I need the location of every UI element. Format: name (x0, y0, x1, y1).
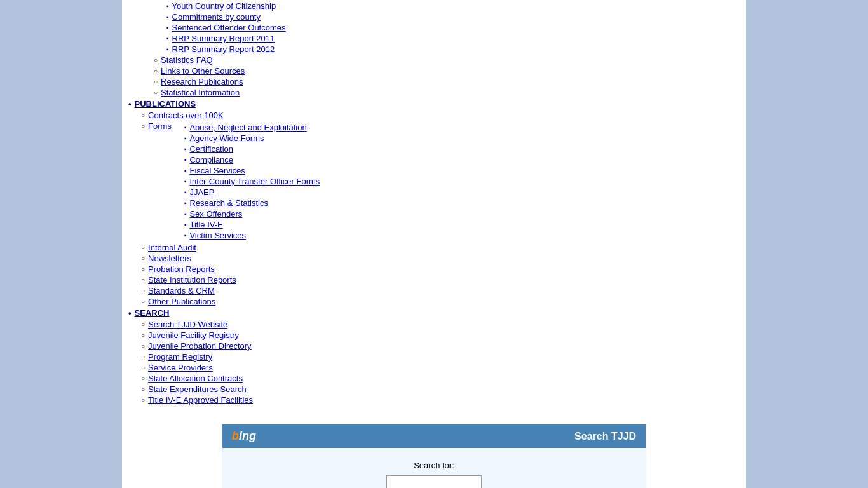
list-item: JJAEP (184, 187, 320, 197)
compliance-link[interactable]: Compliance (189, 155, 233, 165)
main-content: Youth Country of Citizenship Commitments… (122, 0, 746, 488)
list-item: Forms Abuse, Neglect and Exploitation Ag… (141, 121, 740, 241)
search-tjjd-link[interactable]: Search TJJD Website (148, 320, 227, 329)
search-second-level: Search TJJD Website Juvenile Facility Re… (128, 320, 740, 405)
list-item: State Allocation Contracts (141, 374, 740, 383)
sentenced-offender-link[interactable]: Sentenced Offender Outcomes (172, 23, 286, 32)
list-item: Service Providers (141, 363, 740, 372)
list-item: Statistics FAQ (154, 55, 740, 65)
state-expenditures-link[interactable]: State Expenditures Search (148, 384, 247, 394)
victim-services-link[interactable]: Victim Services (189, 231, 246, 240)
list-item: Internal Audit (141, 243, 740, 252)
abuse-neglect-link[interactable]: Abuse, Neglect and Exploitation (189, 123, 306, 132)
list-item: Title IV-E Approved Facilities (141, 395, 740, 405)
statistics-second-level: Statistics FAQ Links to Other Sources Re… (141, 55, 740, 97)
list-item: Sex Offenders (184, 209, 320, 219)
state-allocation-link[interactable]: State Allocation Contracts (148, 374, 243, 383)
list-item: Victim Services (184, 231, 320, 240)
list-item: Abuse, Neglect and Exploitation (184, 123, 320, 132)
title-iv-e-link[interactable]: Title IV-E (189, 220, 222, 229)
juvenile-probation-link[interactable]: Juvenile Probation Directory (148, 341, 252, 351)
agency-wide-forms-link[interactable]: Agency Wide Forms (189, 133, 264, 143)
state-institution-reports-link[interactable]: State Institution Reports (148, 275, 236, 285)
title-iv-e-facilities-link[interactable]: Title IV-E Approved Facilities (148, 395, 253, 405)
list-item: Commitments by county (166, 12, 740, 22)
juvenile-facility-link[interactable]: Juvenile Facility Registry (148, 330, 239, 340)
statistical-information-link[interactable]: Statistical Information (161, 88, 240, 97)
bing-logo: bing (232, 430, 256, 443)
newsletters-link[interactable]: Newsletters (148, 254, 191, 263)
bing-icon: bing (232, 430, 256, 443)
list-item: Youth Country of Citizenship (166, 1, 740, 11)
forms-third-level: Abuse, Neglect and Exploitation Agency W… (172, 121, 320, 241)
publications-link[interactable]: PUBLICATIONS (135, 99, 196, 109)
list-item: Search TJJD Website (141, 320, 740, 329)
research-publications-link[interactable]: Research Publications (161, 77, 243, 86)
publications-nav-item: PUBLICATIONS (128, 98, 740, 109)
jjaep-link[interactable]: JJAEP (189, 187, 214, 197)
list-item: RRP Summary Report 2011 (166, 34, 740, 43)
list-item: Compliance (184, 155, 320, 165)
list-item: Sentenced Offender Outcomes (166, 23, 740, 32)
rrp-2012-link[interactable]: RRP Summary Report 2012 (172, 44, 275, 54)
program-registry-link[interactable]: Program Registry (148, 352, 212, 362)
list-item: Contracts over 100K (141, 111, 740, 120)
left-sidebar (0, 0, 122, 488)
search-header: bing Search TJJD (222, 424, 646, 448)
search-nav-item: SEARCH (128, 308, 740, 318)
sex-offenders-link[interactable]: Sex Offenders (189, 209, 242, 219)
rrp-2011-link[interactable]: RRP Summary Report 2011 (172, 34, 275, 43)
certification-link[interactable]: Certification (189, 144, 233, 154)
right-sidebar (746, 0, 868, 488)
list-item: Fiscal Services (184, 166, 320, 175)
internal-audit-link[interactable]: Internal Audit (148, 243, 196, 252)
search-header-title: Search TJJD (574, 431, 636, 442)
list-item: Inter-County Transfer Officer Forms (184, 177, 320, 186)
list-item: Newsletters (141, 254, 740, 263)
search-widget: bing Search TJJD Search for: (222, 424, 646, 488)
list-item: Juvenile Facility Registry (141, 330, 740, 340)
probation-reports-link[interactable]: Probation Reports (148, 264, 215, 274)
list-item: Statistical Information (154, 88, 740, 97)
list-item: Probation Reports (141, 264, 740, 274)
other-publications-link[interactable]: Other Publications (148, 297, 215, 306)
list-item: Agency Wide Forms (184, 133, 320, 143)
search-nav-link[interactable]: SEARCH (135, 308, 170, 318)
links-other-sources-link[interactable]: Links to Other Sources (161, 66, 245, 76)
statistics-faq-link[interactable]: Statistics FAQ (161, 55, 213, 65)
fiscal-services-link[interactable]: Fiscal Services (189, 166, 245, 175)
inter-county-transfer-link[interactable]: Inter-County Transfer Officer Forms (189, 177, 320, 186)
list-item: Research & Statistics (184, 198, 320, 208)
commitments-county-link[interactable]: Commitments by county (172, 12, 261, 22)
forms-link[interactable]: Forms (148, 121, 172, 131)
list-item: State Expenditures Search (141, 384, 740, 394)
list-item: RRP Summary Report 2012 (166, 44, 740, 54)
list-item: Certification (184, 144, 320, 154)
search-body: Search for: (222, 448, 646, 488)
main-nav: Youth Country of Citizenship Commitments… (128, 1, 740, 405)
list-item: Juvenile Probation Directory (141, 341, 740, 351)
list-item: Program Registry (141, 352, 740, 362)
list-item: Research Publications (154, 77, 740, 86)
list-item: Links to Other Sources (154, 66, 740, 76)
contracts-100k-link[interactable]: Contracts over 100K (148, 111, 224, 120)
search-for-label: Search for: (232, 461, 636, 470)
list-item: Other Publications (141, 297, 740, 306)
list-item: Standards & CRM (141, 286, 740, 295)
list-item: Title IV-E (184, 220, 320, 229)
list-item: State Institution Reports (141, 275, 740, 285)
research-statistics-link[interactable]: Research & Statistics (189, 198, 268, 208)
publications-second-level: Contracts over 100K Forms Abuse, Neglect… (128, 111, 740, 306)
service-providers-link[interactable]: Service Providers (148, 363, 213, 372)
search-input[interactable] (386, 475, 482, 488)
standards-crm-link[interactable]: Standards & CRM (148, 286, 215, 295)
youth-country-link[interactable]: Youth Country of Citizenship (172, 1, 276, 11)
stats-third-level: Youth Country of Citizenship Commitments… (154, 1, 740, 54)
